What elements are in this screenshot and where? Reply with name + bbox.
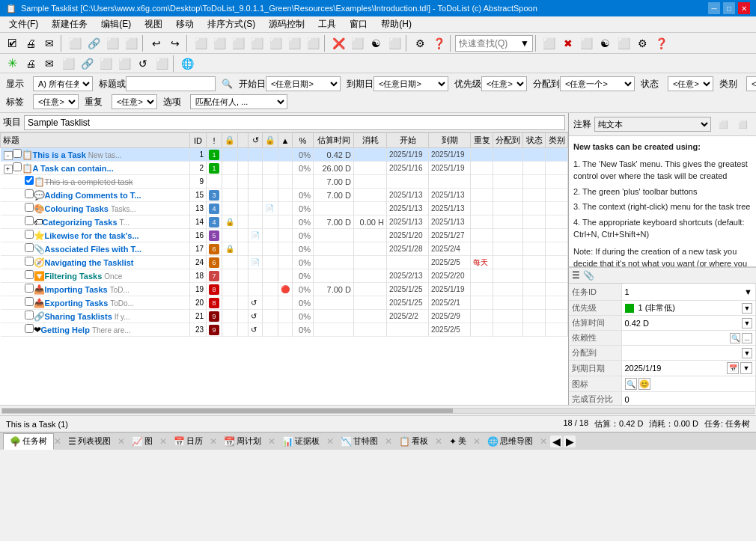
priority-select[interactable]: <任意> [481, 76, 527, 91]
btn14[interactable]: ⬜ [385, 34, 403, 52]
start-select[interactable]: <任意日期> [266, 76, 341, 91]
options-select[interactable]: 匹配任何人, ... [190, 94, 287, 109]
notes-type-select[interactable]: 纯文本 [594, 117, 711, 132]
tb2-btn6[interactable]: ⬜ [97, 55, 115, 73]
icon-search-btn[interactable]: 🔍 [625, 378, 637, 390]
table-row[interactable]: +📋A Task can contain...210%26.00 D2025/1… [1, 162, 568, 175]
tab-prev-btn[interactable]: ◀ [550, 435, 562, 447]
maximize-button[interactable]: □ [723, 2, 735, 14]
close-button[interactable]: ✕ [738, 2, 750, 14]
table-row[interactable]: 🏷Categorizing TasksT...144🔒0%7.00 D0.00 … [1, 216, 568, 229]
table-row[interactable]: ⭐Likewise for the task's...165📄0%2025/1/… [1, 229, 568, 242]
hscroll-track[interactable] [1, 408, 755, 414]
new-task-btn[interactable]: 🗹 [3, 34, 21, 52]
display-select[interactable]: A) 所有任务(A) [33, 76, 93, 91]
table-row[interactable]: -📋This is a TaskNew tas...110%0.42 D2025… [1, 148, 568, 162]
task-checkbox[interactable] [25, 216, 34, 225]
task-checkbox[interactable] [25, 176, 34, 185]
annotation-input[interactable] [126, 76, 216, 91]
notes-btn1[interactable]: ⬜ [714, 115, 732, 133]
email-btn[interactable]: ✉ [40, 34, 58, 52]
assign-dropdown[interactable]: ▼ [742, 348, 752, 358]
btn15[interactable]: ⬜ [540, 34, 558, 52]
tab-calendar[interactable]: 📅 日历 [167, 433, 210, 450]
category-select[interactable]: <任意> [746, 76, 756, 91]
table-row[interactable]: 🔽Filtering TasksOnce1870%2025/2/132025/2… [1, 269, 568, 283]
tb2-btn9[interactable]: ⬜ [153, 55, 171, 73]
btn9[interactable]: ⬜ [248, 34, 266, 52]
end-select[interactable]: <任意日期> [374, 76, 448, 91]
menu-window[interactable]: 窗口 [344, 16, 374, 32]
tb2-btn3[interactable]: ✉ [40, 55, 58, 73]
btn11[interactable]: ⬜ [285, 34, 303, 52]
minimize-button[interactable]: ─ [708, 2, 720, 14]
search-box[interactable]: ▼ [455, 35, 533, 52]
btn17[interactable]: ⬜ [578, 34, 596, 52]
task-checkbox[interactable] [25, 243, 34, 252]
menu-help[interactable]: 帮助(H) [375, 16, 418, 32]
btn10[interactable]: ⬜ [266, 34, 284, 52]
btn7[interactable]: ⬜ [210, 34, 228, 52]
notes-btn2[interactable]: ⬜ [734, 115, 752, 133]
menu-move[interactable]: 移动 [170, 16, 200, 32]
table-row[interactable]: 📥Importing TasksToD...198🔴0%7.00 D2025/1… [1, 283, 568, 296]
tb2-btn8[interactable]: ↺ [134, 55, 152, 73]
menu-newtask[interactable]: 新建任务 [46, 16, 94, 32]
btn19[interactable]: ⬜ [615, 34, 633, 52]
dep-search[interactable]: 🔍 [730, 333, 740, 343]
menu-source[interactable]: 源码控制 [263, 16, 311, 32]
tab-kanban[interactable]: 📋 看板 [392, 433, 435, 450]
expand-btn[interactable]: - [4, 151, 13, 160]
redo-btn[interactable]: ↪ [166, 34, 184, 52]
menu-view[interactable]: 视图 [138, 16, 168, 32]
btn4[interactable]: ⬜ [103, 34, 121, 52]
status-select[interactable]: <任意> [668, 76, 713, 91]
window-controls[interactable]: ─ □ ✕ [708, 2, 750, 14]
annotation-search-btn[interactable]: 🔍 [222, 79, 233, 89]
task-checkbox[interactable] [25, 257, 34, 266]
tb2-btn7[interactable]: ⬜ [115, 55, 133, 73]
task-checkbox[interactable] [25, 311, 34, 320]
tab-evidence[interactable]: 📊 证据板 [275, 433, 326, 450]
tab-next-btn[interactable]: ▶ [564, 435, 576, 447]
task-table-container[interactable]: 标题 ID ! 🔒 ↺ 🔒 ▲ % 估算时间 消耗 开始 到期 重复 [0, 132, 568, 405]
tab-tasktree[interactable]: 🌳 任务树 [3, 433, 54, 450]
undo-btn[interactable]: ↩ [147, 34, 165, 52]
delete-btn[interactable]: ❌ [329, 34, 347, 52]
tab-gantt[interactable]: 📉 甘特图 [334, 433, 385, 450]
btn20[interactable]: ⚙ [634, 34, 652, 52]
expand-btn[interactable]: + [4, 165, 13, 174]
table-row[interactable]: 🧭Navigating the Tasklist246📄0%2025/2/5每天 [1, 256, 568, 269]
link-btn[interactable]: 🔗 [85, 34, 103, 52]
menu-file[interactable]: 文件(F) [3, 16, 44, 32]
task-checkbox[interactable] [25, 203, 34, 212]
print-btn[interactable]: 🖨 [22, 34, 40, 52]
table-row[interactable]: 🎨Colouring TasksTasks...134📄0%2025/1/132… [1, 202, 568, 216]
tb2-btn5[interactable]: 🔗 [78, 55, 96, 73]
task-checkbox[interactable] [25, 189, 34, 198]
priority-dropdown[interactable]: ▼ [742, 303, 752, 314]
tab-weekplan[interactable]: 📆 周计划 [217, 433, 268, 450]
menu-sort[interactable]: 排序方式(S) [201, 16, 261, 32]
tab-graph[interactable]: 📈 图 [125, 433, 159, 450]
assign-select[interactable]: <任意一个> [560, 76, 635, 91]
btn8[interactable]: ⬜ [229, 34, 247, 52]
table-row[interactable]: 📤Exporting TasksToDo...208↺0%2025/1/2520… [1, 296, 568, 310]
task-checkbox[interactable] [25, 230, 34, 239]
btn3[interactable]: ⬜ [66, 34, 84, 52]
btn18[interactable]: ☯ [597, 34, 615, 52]
btn13[interactable]: ⬜ [348, 34, 366, 52]
table-row[interactable]: 🔗Sharing TasklistsIf y...219↺0%2025/2/22… [1, 310, 568, 323]
search-dropdown-btn[interactable]: ▼ [520, 38, 529, 49]
btn21[interactable]: ❓ [653, 34, 671, 52]
dep-btn2[interactable]: ... [742, 333, 752, 343]
tab-beautiful[interactable]: ✦ 美 [442, 433, 473, 450]
due-calendar-btn[interactable]: 📅 [727, 362, 739, 374]
hscroll-thumb[interactable] [2, 409, 453, 413]
tab-listview[interactable]: ☰ 列表视图 [61, 433, 118, 450]
btn6[interactable]: ⬜ [192, 34, 210, 52]
menu-tools[interactable]: 工具 [312, 16, 342, 32]
task-checkbox[interactable] [25, 324, 34, 333]
settings-btn[interactable]: ⚙ [411, 34, 429, 52]
icon-emoji-btn[interactable]: 😊 [638, 378, 650, 390]
